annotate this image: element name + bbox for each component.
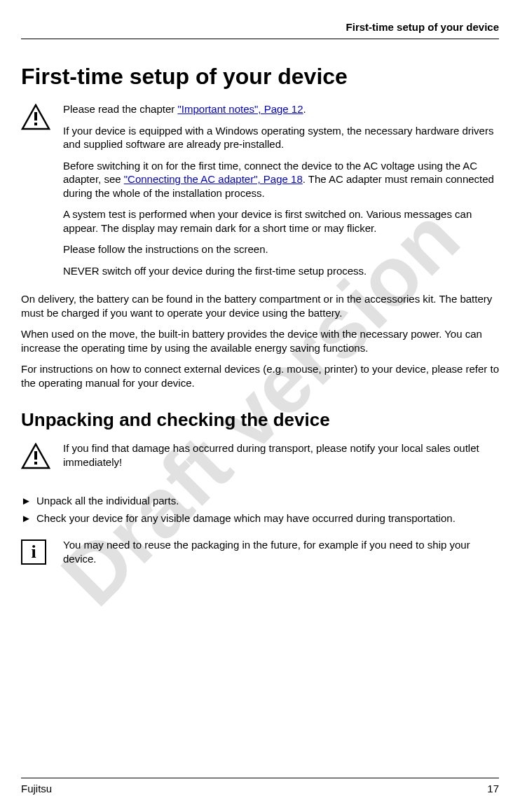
running-header: First-time setup of your device [21, 21, 499, 39]
bullet-icon: ► [21, 493, 36, 508]
warning-paragraph: Please follow the instructions on the sc… [63, 242, 499, 256]
svg-rect-2 [34, 123, 37, 125]
warning-paragraph: If you find that damage has occurred dur… [63, 441, 499, 469]
page-content: First-time setup of your device First-ti… [21, 21, 499, 778]
footer-page-number: 17 [487, 783, 499, 794]
footer-brand: Fujitsu [21, 783, 52, 794]
bullet-icon: ► [21, 511, 36, 525]
warning-paragraph: Before switching it on for the first tim… [63, 159, 499, 200]
info-block: i You may need to reuse the packaging in… [21, 538, 499, 573]
section-title: First-time setup of your device [21, 64, 499, 90]
list-item: ► Check your device for any visible dama… [21, 511, 499, 525]
info-paragraph: You may need to reuse the packaging in t… [63, 538, 499, 565]
link-ac-adapter[interactable]: "Connecting the AC adapter", Page 18 [124, 173, 303, 185]
warning-icon [21, 443, 50, 469]
warning-paragraph: If your device is equipped with a Window… [63, 124, 499, 151]
warning-paragraph: A system test is performed when your dev… [63, 207, 499, 235]
body-paragraph: When used on the move, the built-in batt… [21, 327, 499, 355]
svg-rect-1 [34, 112, 37, 121]
warning-icon [21, 104, 50, 130]
svg-rect-5 [34, 462, 37, 465]
page-footer: Fujitsu 17 [21, 778, 499, 794]
info-icon: i [21, 539, 46, 565]
warning-paragraph: Please read the chapter "Important notes… [63, 102, 499, 116]
svg-rect-4 [34, 451, 37, 460]
warning-paragraph: NEVER switch off your device during the … [63, 264, 499, 278]
warning-block: Please read the chapter "Important notes… [21, 102, 499, 285]
warning-block: If you find that damage has occurred dur… [21, 441, 499, 476]
body-paragraph: On delivery, the battery can be found in… [21, 292, 499, 319]
section-subtitle: Unpacking and checking the device [21, 409, 499, 431]
body-paragraph: For instructions on how to connect exter… [21, 362, 499, 390]
link-important-notes[interactable]: "Important notes", Page 12 [177, 103, 303, 115]
list-item: ► Unpack all the individual parts. [21, 493, 499, 508]
list-item-text: Unpack all the individual parts. [36, 493, 499, 508]
list-item-text: Check your device for any visible damage… [36, 511, 499, 525]
